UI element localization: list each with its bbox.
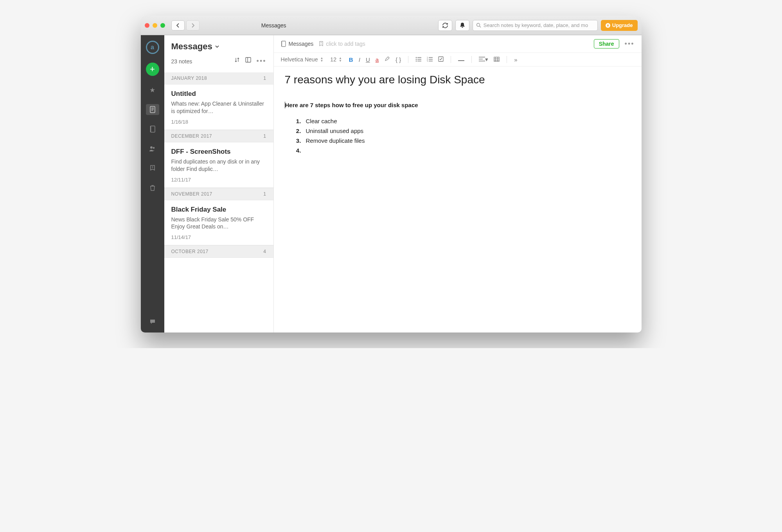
sync-button[interactable] [438, 20, 452, 31]
svg-point-18 [416, 59, 417, 60]
sort-button[interactable] [234, 57, 240, 65]
search-input[interactable]: Search notes by keyword, date, place, an… [473, 20, 598, 31]
body: a + ★ Me [141, 35, 642, 332]
list-more-button[interactable]: ••• [257, 57, 266, 65]
bold-button[interactable]: B [349, 56, 353, 63]
notebook-selector[interactable]: Messages [281, 41, 314, 47]
new-note-button[interactable]: + [146, 63, 159, 76]
upgrade-button[interactable]: Upgrade [601, 20, 638, 31]
text-color-button[interactable]: a [376, 56, 379, 63]
format-toolbar: Helvetica Neue ▲▼ 12 ▲▼ B I U a { } [274, 53, 642, 66]
svg-rect-12 [246, 58, 251, 62]
note-list: Messages 23 notes ••• JANUARY 20181Untit… [164, 35, 274, 332]
note-item-title: Untitled [171, 90, 266, 98]
group-header[interactable]: NOVEMBER 20171 [164, 188, 273, 200]
list-title[interactable]: Messages [171, 41, 266, 52]
note-item-snippet: Whats new: App Cleaner & Uninstaller is … [171, 100, 266, 115]
underline-button[interactable]: U [366, 56, 370, 63]
svg-rect-34 [494, 57, 499, 61]
view-button[interactable] [245, 57, 251, 65]
tags-icon[interactable] [146, 163, 159, 174]
notebook-icon [281, 41, 286, 47]
list-item[interactable]: Remove duplicate files [303, 137, 631, 144]
note-item-date: 1/16/18 [171, 119, 266, 125]
svg-rect-7 [151, 126, 155, 132]
note-title[interactable]: 7 reasons why you are losing Disk Space [285, 74, 631, 86]
trash-icon[interactable] [146, 182, 159, 193]
icon-rail: a + ★ [141, 35, 164, 332]
upgrade-icon [606, 23, 610, 28]
shared-icon[interactable] [146, 143, 159, 154]
tag-icon [319, 41, 324, 47]
svg-point-16 [321, 42, 322, 43]
chevron-down-icon [215, 45, 219, 49]
note-item[interactable]: DFF - ScreenShotsFind duplicates on any … [164, 142, 273, 188]
app-logo-icon[interactable]: a [146, 41, 159, 54]
group-header[interactable]: JANUARY 20181 [164, 72, 273, 84]
note-subhead[interactable]: Here are 7 steps how to free up your dis… [285, 102, 631, 108]
checklist-button[interactable] [438, 56, 444, 63]
notifications-button[interactable] [455, 20, 469, 31]
svg-point-19 [416, 60, 417, 61]
share-button[interactable]: Share [594, 39, 619, 49]
bullet-list-button[interactable] [415, 56, 421, 63]
groups-container: JANUARY 20181UntitledWhats new: App Clea… [164, 68, 273, 258]
titlebar-right: Search notes by keyword, date, place, an… [438, 20, 638, 31]
size-stepper-icon: ▲▼ [339, 57, 342, 62]
numbered-list-button[interactable]: 123 [427, 56, 433, 63]
titlebar: Messages Search notes by keyword, date, … [141, 16, 642, 35]
svg-point-9 [150, 146, 153, 149]
search-placeholder: Search notes by keyword, date, place, an… [484, 22, 588, 28]
group-header[interactable]: DECEMBER 20171 [164, 130, 273, 142]
workchat-icon[interactable] [146, 316, 159, 327]
notebooks-icon[interactable] [146, 124, 159, 135]
note-body[interactable]: 7 reasons why you are losing Disk Space … [274, 66, 642, 164]
group-header[interactable]: OCTOBER 20174 [164, 245, 273, 258]
svg-rect-14 [282, 41, 286, 47]
svg-text:3: 3 [427, 60, 428, 62]
editor-header: Messages click to add tags Share ••• [274, 35, 642, 53]
list-item[interactable] [303, 147, 631, 154]
more-tools-button[interactable]: » [514, 56, 517, 63]
size-selector[interactable]: 12 ▲▼ [330, 56, 342, 63]
svg-rect-3 [150, 106, 155, 113]
italic-button[interactable]: I [359, 56, 360, 63]
editor: Messages click to add tags Share ••• Hel… [274, 35, 642, 332]
notes-icon[interactable] [146, 104, 159, 115]
highlight-button[interactable] [384, 56, 390, 63]
tags-field[interactable]: click to add tags [319, 41, 365, 47]
table-button[interactable] [494, 56, 500, 63]
note-count: 23 notes [171, 58, 192, 65]
note-item[interactable]: UntitledWhats new: App Cleaner & Uninsta… [164, 84, 273, 130]
editor-more-button[interactable]: ••• [625, 40, 635, 48]
list-item[interactable]: Uninstall unused apps [303, 128, 631, 134]
upgrade-label: Upgrade [612, 22, 633, 28]
note-item-title: DFF - ScreenShots [171, 148, 266, 156]
svg-point-11 [152, 166, 153, 167]
svg-point-17 [416, 57, 417, 58]
note-item-title: Black Friday Sale [171, 206, 266, 214]
font-stepper-icon: ▲▼ [320, 57, 323, 62]
hr-button[interactable] [458, 56, 464, 63]
list-header: Messages 23 notes ••• [164, 35, 273, 68]
app-window: Messages Search notes by keyword, date, … [141, 16, 642, 332]
align-button[interactable]: ▾ [479, 56, 488, 63]
svg-line-1 [479, 26, 481, 28]
list-item[interactable]: Clear cache [303, 118, 631, 124]
note-item[interactable]: Black Friday SaleNews Black Friday Sale … [164, 200, 273, 246]
shortcuts-icon[interactable]: ★ [146, 84, 159, 95]
note-item-snippet: News Black Friday Sale 50% OFF Enjoy Gre… [171, 216, 266, 231]
note-item-date: 11/14/17 [171, 234, 266, 240]
note-item-date: 12/11/17 [171, 177, 266, 183]
forward-button[interactable] [186, 20, 200, 31]
ordered-list[interactable]: Clear cacheUninstall unused appsRemove d… [303, 118, 631, 154]
code-button[interactable]: { } [395, 56, 401, 63]
window-title: Messages [141, 22, 434, 29]
svg-point-10 [153, 147, 155, 149]
font-selector[interactable]: Helvetica Neue ▲▼ [281, 56, 324, 63]
svg-point-0 [476, 23, 480, 27]
search-icon [476, 23, 481, 28]
note-item-snippet: Find duplicates on any disk or in any fo… [171, 158, 266, 173]
